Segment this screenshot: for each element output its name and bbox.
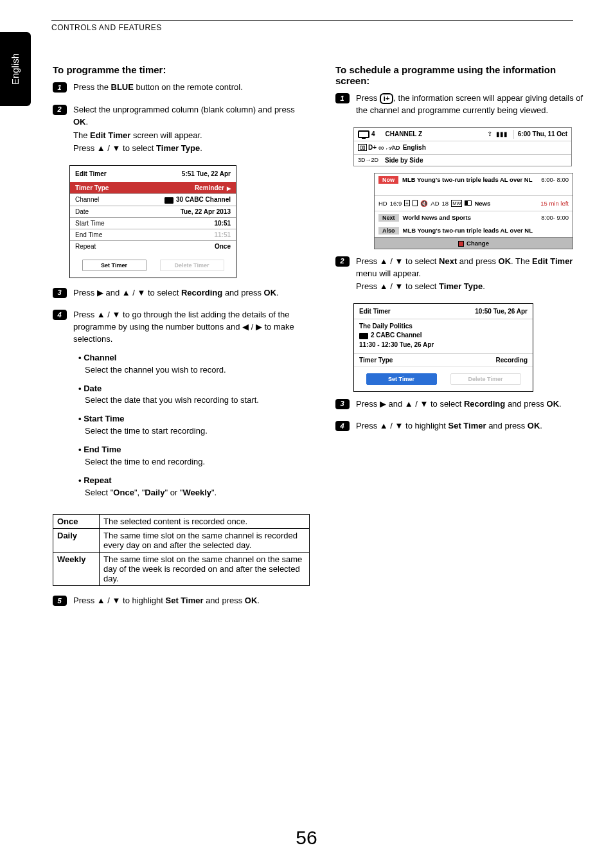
audio-icon: 𝒜 (386, 144, 392, 152)
edit-timer-panel-left: Edit Timer 5:51 Tue, 22 Apr Timer Type R… (69, 165, 236, 278)
channel-name: 2 CABC Channel (371, 332, 422, 339)
text: . (86, 117, 89, 127)
cell-key: End Time (70, 229, 130, 240)
text: button on the remote control. (134, 82, 243, 92)
text: Recording (464, 399, 505, 409)
text: Press ▲ / ▼ to select (73, 143, 156, 153)
time-range: 11:30 - 12:30 Tue, 26 Apr (359, 341, 528, 348)
text: Timer Type (439, 281, 483, 291)
cell-key: Once (53, 515, 100, 529)
cell-val: The same time slot on the same channel o… (100, 553, 310, 586)
bullet-title: Start Time (78, 414, 125, 423)
timer-type-row[interactable]: Timer Type Recording (354, 353, 533, 366)
right-step-3: 3 Press ▶ and ▲ / ▼ to select Recording … (335, 398, 586, 412)
left-step-2: 2 Select the unprogrammed column (blank … (53, 104, 310, 156)
text: Press ▲ / ▼ to highlight (73, 596, 166, 605)
text: and press (505, 399, 546, 409)
text: screen will appear. (130, 130, 202, 140)
cell-key: Date (70, 206, 130, 217)
edit-timer-panel-right: Edit Timer 10:50 Tue, 26 Apr The Daily P… (353, 303, 533, 391)
language-tab-label: English (10, 53, 21, 85)
text: OK (528, 421, 540, 430)
panel-title: Edit Timer (359, 308, 391, 315)
bullet-desc: Select the time to end recording. (85, 456, 310, 468)
text: Press ▲ / ▼ to go through the list addin… (73, 309, 310, 346)
text: and press (457, 256, 498, 266)
red-square-icon (458, 241, 464, 247)
tv-icon (358, 130, 369, 138)
bullet-desc: Select the channel you wish to record. (85, 364, 310, 376)
left-step-3: 3 Press ▶ and ▲ / ▼ to select Recording … (53, 287, 310, 301)
age-rating: 18 (442, 200, 449, 207)
text: Side by Side (385, 157, 423, 164)
text: Edit Timer (532, 256, 573, 266)
now-programme-title: MLB Young's two-run triple leads AL over… (402, 176, 532, 183)
channel-info-bar: 4 CHANNEL Z ⇪ ▮▮▮ 6:00 Thu, 11 Oct ▯▯ D+… (353, 127, 572, 166)
mw-icon: MW (451, 200, 462, 207)
flag-icon (465, 200, 472, 206)
table-row[interactable]: Timer Type Reminder▶ (70, 182, 236, 194)
text: 3D→2D (358, 157, 378, 163)
bullet-desc: Select the date that you wish recording … (85, 394, 310, 407)
box-icon (413, 200, 418, 206)
step-number-icon: 3 (53, 288, 67, 298)
next-programme-title: World News and Sports (403, 214, 471, 221)
info-button-icon: i+ (380, 93, 393, 104)
delete-timer-button[interactable]: Delete Timer (160, 260, 224, 271)
next-tag[interactable]: Next (378, 214, 399, 222)
channel-number: 4 (371, 130, 375, 137)
text: Timer Type (156, 143, 200, 153)
text: OK (499, 256, 511, 266)
text: Recording (181, 288, 222, 297)
date-time: 6:00 Thu, 11 Oct (518, 130, 567, 137)
text: Press ▲ / ▼ to select (356, 281, 439, 291)
set-timer-button[interactable]: Set Timer (366, 373, 437, 385)
header-rule (51, 20, 573, 21)
step-number-icon: 3 (335, 399, 350, 409)
text: Press the (73, 82, 111, 92)
page-number: 56 (0, 827, 613, 849)
text: and press (222, 288, 263, 297)
repeat-options-table: OnceThe selected content is recorded onc… (53, 514, 310, 586)
table-row: DailyThe same time slot on the same chan… (53, 529, 310, 553)
set-timer-button[interactable]: Set Timer (82, 260, 147, 271)
text: . (276, 288, 279, 297)
right-step-2: 2 Press ▲ / ▼ to select Next and press O… (335, 256, 586, 295)
text: and press (204, 596, 245, 605)
step-number-icon: 2 (53, 105, 67, 115)
cell-val: The same time slot on the same channel i… (100, 529, 310, 553)
delete-timer-button[interactable]: Delete Timer (450, 373, 521, 385)
change-bar[interactable]: Change (375, 237, 573, 249)
also-tag[interactable]: Also (378, 227, 399, 235)
left-step-5: 5 Press ▲ / ▼ to highlight Set Timer and… (53, 595, 310, 608)
bullet-title: Date (78, 384, 102, 393)
panel-time: 10:50 Tue, 26 Apr (475, 308, 528, 315)
text: menu will appear. (356, 269, 421, 278)
now-time: 6:00- 8:00 (541, 176, 569, 183)
hd-icon: HD (378, 200, 387, 207)
right-column: To schedule a programme using the inform… (335, 64, 586, 443)
cell-val: Once (130, 240, 236, 252)
step-number-icon: 5 (53, 596, 67, 606)
timer-type-label: Timer Type (359, 357, 393, 364)
language-tab: English (0, 32, 31, 106)
text: The (73, 130, 90, 140)
channel-name: CHANNEL Z (386, 130, 423, 137)
cell-key: Channel (70, 194, 130, 206)
programme-name: The Daily Politics (359, 323, 528, 330)
bullet-desc: Select the time to start recording. (85, 425, 310, 438)
right-section-title: To schedule a programme using the inform… (335, 64, 586, 86)
panel-time: 5:51 Tue, 22 Apr (182, 170, 231, 177)
text: . (200, 143, 202, 153)
ad-label: AD (431, 200, 439, 207)
cell-val: 11:51 (130, 229, 236, 240)
channel-icon (164, 197, 173, 204)
text: Press ▶ and ▲ / ▼ to select (73, 288, 181, 297)
right-step-1: 1 Press i+, the information screen will … (335, 93, 586, 118)
cell-key: Start Time (70, 217, 130, 229)
edit-timer-table: Timer Type Reminder▶ Channel 30 CABC Cha… (70, 182, 236, 251)
table-row: Date Tue, 22 Apr 2013 (70, 206, 236, 217)
page-header: CONTROLS AND FEATURES (51, 23, 162, 32)
left-step-4: 4 Press ▲ / ▼ to go through the list add… (53, 309, 310, 505)
table-row: Channel 30 CABC Channel (70, 194, 236, 206)
